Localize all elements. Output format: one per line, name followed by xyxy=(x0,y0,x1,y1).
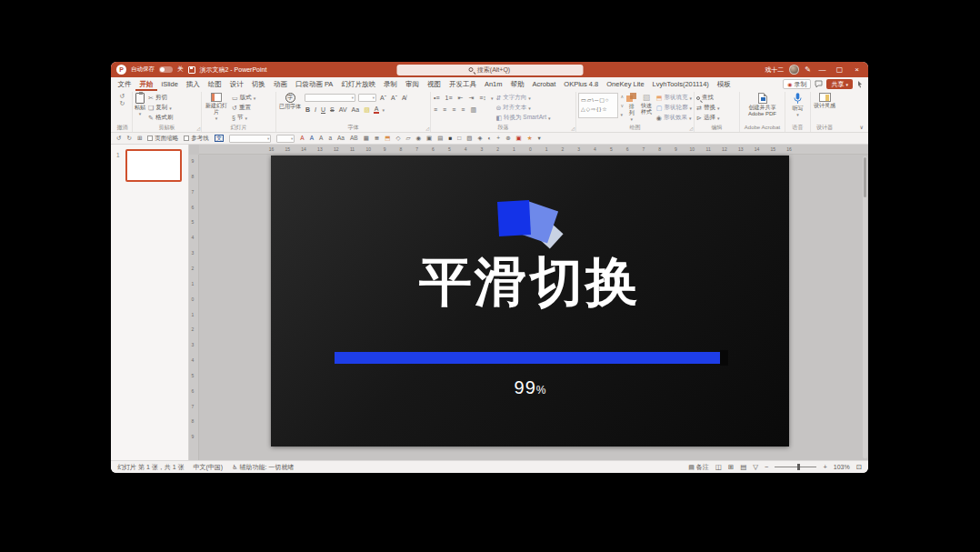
view-checkbox-1[interactable]: 页面缩略 xyxy=(147,135,178,143)
fill-color-icon[interactable]: ⬒ xyxy=(385,135,390,142)
tab-An1m[interactable]: An1m xyxy=(480,77,506,91)
increase-indent-button[interactable]: ⇥ xyxy=(467,95,475,102)
slideshow-icon[interactable]: ▽ xyxy=(753,463,758,471)
zoom-level[interactable]: 103% xyxy=(834,464,850,470)
star-icon[interactable]: ★ xyxy=(527,135,533,142)
design-ideas-button[interactable]: 设计灵感 xyxy=(813,93,836,109)
decrease-indent-button[interactable]: ⇤ xyxy=(457,95,465,102)
zoom-slider-thumb[interactable] xyxy=(797,464,800,470)
font-name-combo[interactable] xyxy=(305,94,355,102)
tab-切换[interactable]: 切换 xyxy=(247,77,269,91)
comment-icon[interactable] xyxy=(815,80,823,88)
shape-fill-button[interactable]: ⬒形状填充▾ xyxy=(656,93,692,103)
tab-插入[interactable]: 插入 xyxy=(182,77,204,91)
grow-font-icon[interactable]: A xyxy=(319,135,323,142)
tab-录制[interactable]: 录制 xyxy=(379,77,401,91)
dialog-launcher-icon[interactable]: ◿ xyxy=(571,125,575,131)
morph-square-dark-blue[interactable] xyxy=(497,200,531,236)
italic-button[interactable]: I xyxy=(314,106,317,113)
tab-视图[interactable]: 视图 xyxy=(423,77,445,91)
copy-button[interactable]: ❏复制▾ xyxy=(148,103,173,113)
tab-幻灯片放映[interactable]: 幻灯片放映 xyxy=(337,77,380,91)
align-icon[interactable]: ≣ xyxy=(375,135,379,142)
zoom-slider[interactable] xyxy=(775,467,816,467)
redo-icon[interactable]: ↻ xyxy=(126,135,131,142)
find-button[interactable]: 查找 xyxy=(696,93,714,103)
save-icon[interactable] xyxy=(188,66,195,74)
bullets-button[interactable]: •≡ xyxy=(433,95,441,101)
tab-LvyhTools(201114)[interactable]: LvyhTools(201114) xyxy=(648,77,713,91)
layout-button[interactable]: ▭版式▾ xyxy=(232,93,255,103)
frame-icon[interactable]: □ xyxy=(457,135,461,142)
used-font-button[interactable]: 字 已用字体 xyxy=(278,93,302,110)
crop-icon[interactable]: ▣ xyxy=(426,135,432,142)
progress-counter[interactable]: 99% xyxy=(271,377,789,398)
character-spacing-button[interactable]: AV xyxy=(338,106,348,113)
align-text-button[interactable]: ⊜对齐文本▾ xyxy=(495,103,550,113)
minimize-button[interactable]: — xyxy=(816,65,828,74)
border-color-icon[interactable]: A xyxy=(310,135,314,142)
change-case-icon[interactable]: Aa xyxy=(337,135,345,142)
font-size-combo[interactable] xyxy=(358,94,376,102)
font-color-button[interactable]: A xyxy=(374,105,380,114)
tab-iSlide[interactable]: iSlide xyxy=(157,77,182,91)
arrange-button[interactable]: 排列 ▾ xyxy=(626,93,636,123)
fit-to-window-icon[interactable]: ⊡ xyxy=(856,463,862,471)
record-button[interactable]: ◉ 录制 xyxy=(783,79,811,89)
text-box-icon[interactable]: 文 xyxy=(215,135,225,143)
notes-button[interactable]: ▤ 备注 xyxy=(688,463,709,472)
dictate-button[interactable]: 听写 ▾ xyxy=(793,93,804,118)
text-direction-button[interactable]: ⇵文字方向▾ xyxy=(495,93,550,103)
add-icon[interactable]: + xyxy=(496,135,500,142)
user-name[interactable]: 戏十二 xyxy=(765,65,784,75)
tab-动画[interactable]: 动画 xyxy=(269,77,291,91)
tab-Acrobat[interactable]: Acrobat xyxy=(528,77,560,91)
ink-editor-icon[interactable]: ✎ xyxy=(805,65,811,74)
cut-button[interactable]: ✂剪切 xyxy=(148,93,173,103)
tab-审阅[interactable]: 审阅 xyxy=(401,77,423,91)
shrink-font-button[interactable]: Aˇ xyxy=(390,95,398,101)
align-center-button[interactable]: ≡ xyxy=(442,106,447,113)
vertical-ruler[interactable]: 9876543210123456789 xyxy=(189,155,199,460)
format-painter-button[interactable]: ✎格式刷 xyxy=(148,113,173,123)
shapes-gallery-scroll[interactable]: ∧∨▾ xyxy=(621,93,625,118)
language-indicator[interactable]: 中文(中国) xyxy=(194,463,224,472)
accessibility-status[interactable]: ♿ 辅助功能: 一切就绪 xyxy=(232,463,294,472)
align-right-button[interactable]: ≡ xyxy=(451,106,456,113)
section-button[interactable]: §节▾ xyxy=(232,113,255,123)
slide-title[interactable]: 平滑切换 xyxy=(271,252,789,313)
table-icon[interactable]: ▤ xyxy=(437,135,443,142)
grid-icon[interactable]: ⊞ xyxy=(137,135,142,142)
tab-设计[interactable]: 设计 xyxy=(225,77,247,91)
effects-icon[interactable]: ◉ xyxy=(415,135,421,142)
normal-view-icon[interactable]: ◫ xyxy=(715,463,722,471)
slide-thumbnail[interactable] xyxy=(125,149,182,182)
slide-canvas[interactable]: 平滑切换 99% xyxy=(271,156,789,447)
pattern-icon[interactable]: ▧ xyxy=(466,135,472,142)
tab-文件[interactable]: 文件 xyxy=(114,77,135,91)
maximize-button[interactable]: ▢ xyxy=(834,65,845,74)
view-checkbox-2[interactable]: 参考线 xyxy=(184,135,209,143)
zoom-in-button[interactable]: + xyxy=(823,463,826,471)
tab-模板[interactable]: 模板 xyxy=(713,77,735,91)
close-button[interactable]: × xyxy=(851,65,863,74)
tab-OneKey Lite[interactable]: OneKey Lite xyxy=(603,77,648,91)
shape-outline-button[interactable]: ▢形状轮廓▾ xyxy=(656,103,692,113)
strikethrough-button[interactable]: S xyxy=(329,106,335,113)
select-button[interactable]: ⊳选择▾ xyxy=(696,113,719,123)
clear-formatting-button[interactable]: A̸ xyxy=(401,95,407,101)
horizontal-ruler[interactable]: 1615141312111098765432101234567891011121… xyxy=(199,145,868,155)
paste-button[interactable]: 粘贴 ▾ xyxy=(135,93,145,117)
font-color-icon[interactable]: A xyxy=(300,135,304,142)
bold-button[interactable]: B xyxy=(305,106,311,113)
shape-effects-button[interactable]: ◉形状效果▾ xyxy=(656,113,692,123)
grow-font-button[interactable]: Aˆ xyxy=(379,95,387,101)
smartart-button[interactable]: ◧转换为 SmartArt▾ xyxy=(495,113,550,123)
arrange-icon[interactable]: ▱ xyxy=(405,135,410,142)
more-icon[interactable]: ▾ xyxy=(538,135,541,142)
tab-口袋动画 PA[interactable]: 口袋动画 PA xyxy=(291,77,337,91)
dark-square-icon[interactable]: ■ xyxy=(448,135,452,142)
underline-button[interactable]: U xyxy=(320,106,326,113)
justify-button[interactable]: ≡ xyxy=(460,106,465,113)
pointer-icon[interactable] xyxy=(856,80,864,88)
